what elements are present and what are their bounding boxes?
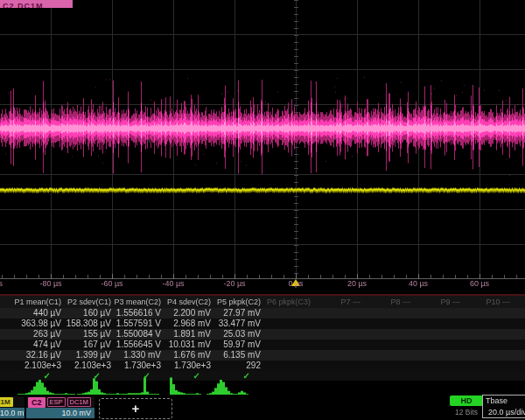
c1-coupling-badge: DC1M <box>0 397 13 407</box>
measurement-cell: 440 µV <box>11 308 61 318</box>
c2-coupling-badge: DC1M <box>67 397 91 407</box>
param-header-p7[interactable]: P7 --- <box>311 296 360 308</box>
c2-label-badge: C2 <box>28 397 46 408</box>
time-axis-label: -20 µs <box>206 279 262 288</box>
measurement-cell: 2.103e+3 <box>11 360 61 371</box>
param-header-p11[interactable]: P11 <box>510 296 525 308</box>
param-header-p10[interactable]: P10 --- <box>460 296 510 308</box>
param-header-p5[interactable]: P5 pkpk(C2) <box>211 296 261 308</box>
param-header-p3[interactable]: P3 mean(C2) <box>111 296 161 308</box>
time-axis: -100 µs-80 µs-60 µs-40 µs-20 µs0 µs20 µs… <box>0 279 525 293</box>
measurement-cell: 1.556616 V <box>111 308 161 318</box>
measurement-cell: 363.98 µV <box>11 318 61 329</box>
oscilloscope-screen: C2 DC1M -100 µs-80 µs-60 µs-40 µs-20 µs0… <box>0 0 525 420</box>
time-axis-label: 60 µs <box>452 279 508 288</box>
measurement-cell: 1.399 µV <box>61 350 111 360</box>
timebase-descriptor[interactable]: Tbase 20.0 µs/div <box>482 395 525 418</box>
measurement-cell: 1.556645 V <box>111 340 161 350</box>
c2-scale-value: 10.0 mV <box>26 408 94 418</box>
measurement-cell: 167 µV <box>61 340 111 350</box>
measure-table: P1 mean(C1)P2 sdev(C1)P3 mean(C2)P4 sdev… <box>0 294 525 381</box>
hd-badge: HD <box>450 396 483 406</box>
hd-bits-label: 12 Bits <box>450 408 483 416</box>
timebase-label: Tbase <box>483 396 525 407</box>
time-axis-label: -100 µs <box>0 279 18 288</box>
measurement-cell: 160 µV <box>61 308 111 318</box>
plus-icon: + <box>132 401 140 416</box>
measurement-cell: 474 µV <box>11 340 61 350</box>
time-axis-label: 0 µs <box>268 279 324 288</box>
measurement-cell: 25.03 mV <box>211 329 261 340</box>
measurement-cell: 1.557591 V <box>111 318 161 329</box>
measurement-cell: 33.477 mV <box>211 318 261 329</box>
param-header-p6[interactable]: P6 pkpk(C3) <box>261 296 311 308</box>
histicon-strip[interactable] <box>0 376 525 396</box>
hd-mode-indicator[interactable]: HD 12 Bits <box>450 396 483 416</box>
trace-label-badge[interactable]: C2 DC1M <box>0 0 73 8</box>
add-channel-button[interactable]: + <box>99 398 172 419</box>
measurement-cell: 27.97 mV <box>211 308 261 318</box>
measurement-cell: 292 <box>211 360 261 371</box>
measurement-cell: 158.308 µV <box>61 318 111 329</box>
measurement-cell: 1.730e+3 <box>111 360 161 371</box>
param-header-p8[interactable]: P8 --- <box>360 296 410 308</box>
measurement-cell: 2.103e+3 <box>61 360 111 371</box>
measurement-cell: 1.676 mV <box>161 350 211 360</box>
measurement-cell: 1.891 mV <box>161 329 211 340</box>
timebase-value: 20.0 µs/div <box>483 407 525 417</box>
waveform-grid-canvas[interactable] <box>0 0 525 294</box>
time-axis-label: 40 µs <box>390 279 446 288</box>
measurement-cell: 155 µV <box>61 329 111 340</box>
param-header-p1[interactable]: P1 mean(C1) <box>11 296 61 308</box>
param-header-p2[interactable]: P2 sdev(C1) <box>61 296 111 308</box>
measurement-cell: 263 µV <box>11 329 61 340</box>
c1-scale-value: 10.0 mV <box>0 408 24 418</box>
time-axis-label: 20 µs <box>329 279 385 288</box>
measurement-cell: 59.97 mV <box>211 340 261 350</box>
measurement-cell: 10.031 mV <box>161 340 211 350</box>
time-axis-label: -60 µs <box>84 279 140 288</box>
measurement-cell: 2.968 mV <box>161 318 211 329</box>
measurement-cell: 1.730e+3 <box>161 360 211 371</box>
param-header-p9[interactable]: P9 --- <box>410 296 460 308</box>
trace-label-text: C2 DC1M <box>3 2 44 8</box>
time-axis-label: -40 µs <box>145 279 201 288</box>
measurement-cell: 6.135 mV <box>211 350 261 360</box>
measurement-cell: 2.200 mV <box>161 308 211 318</box>
channel-c1-descriptor[interactable]: DC1M 10.0 mV <box>0 396 24 419</box>
channel-c2-descriptor[interactable]: C2 ESP DC1M 10.0 mV <box>26 396 94 419</box>
c2-esp-badge: ESP <box>47 397 66 407</box>
measurement-cell: 32.16 µV <box>11 350 61 360</box>
bottom-bar: DC1M 10.0 mV C2 ESP DC1M 10.0 mV + HD 12… <box>0 396 525 420</box>
measurement-cell: 1.550084 V <box>111 329 161 340</box>
time-axis-label: -80 µs <box>23 279 79 288</box>
measurement-cell: 1.330 mV <box>111 350 161 360</box>
param-header-p4[interactable]: P4 sdev(C2) <box>161 296 211 308</box>
